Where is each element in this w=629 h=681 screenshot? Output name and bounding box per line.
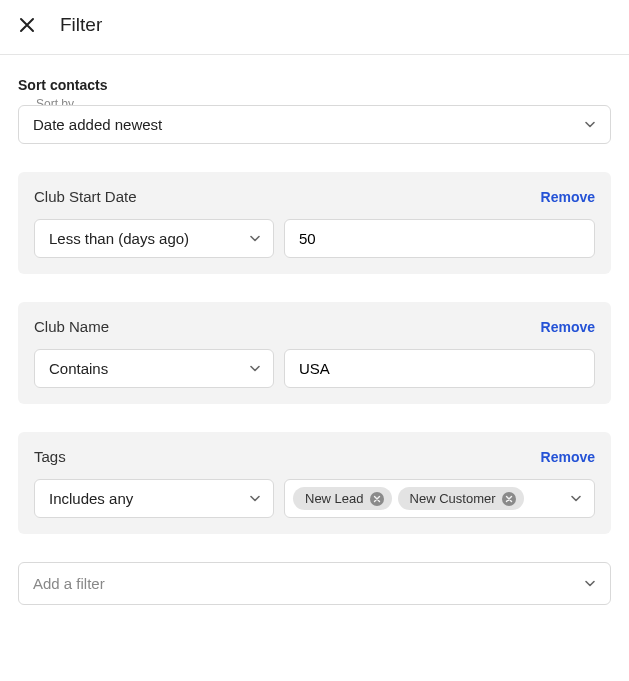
sort-by-field: Sort by Date added newest bbox=[18, 105, 611, 144]
chevron-down-icon bbox=[249, 230, 261, 247]
filter-card: Club Start Date Remove Less than (days a… bbox=[18, 172, 611, 274]
tag-chip-label: New Customer bbox=[410, 491, 496, 506]
filter-operator-select[interactable]: Less than (days ago) bbox=[34, 219, 274, 258]
tag-chip-label: New Lead bbox=[305, 491, 364, 506]
filter-operator-value: Includes any bbox=[49, 490, 133, 507]
panel-header: Filter bbox=[0, 0, 629, 55]
filter-operator-value: Contains bbox=[49, 360, 108, 377]
filter-card-head: Tags Remove bbox=[34, 448, 595, 465]
filter-row: Includes any New Lead New Customer bbox=[34, 479, 595, 518]
chevron-down-icon bbox=[249, 490, 261, 507]
filter-value-wrapper bbox=[284, 219, 595, 258]
filter-title: Club Start Date bbox=[34, 188, 137, 205]
sort-by-value: Date added newest bbox=[33, 116, 162, 133]
remove-filter-link[interactable]: Remove bbox=[541, 319, 595, 335]
filter-tags-input[interactable]: New Lead New Customer bbox=[284, 479, 595, 518]
tag-chip: New Lead bbox=[293, 487, 392, 510]
filter-value-input[interactable] bbox=[299, 230, 580, 247]
tag-chip: New Customer bbox=[398, 487, 524, 510]
filter-operator-select[interactable]: Includes any bbox=[34, 479, 274, 518]
filter-card: Tags Remove Includes any New Lead New Cu… bbox=[18, 432, 611, 534]
remove-filter-link[interactable]: Remove bbox=[541, 189, 595, 205]
filter-card-head: Club Start Date Remove bbox=[34, 188, 595, 205]
panel-title: Filter bbox=[60, 14, 102, 36]
filter-title: Club Name bbox=[34, 318, 109, 335]
add-filter-select[interactable]: Add a filter bbox=[18, 562, 611, 605]
sort-contacts-label: Sort contacts bbox=[18, 77, 611, 93]
filter-title: Tags bbox=[34, 448, 66, 465]
chevron-down-icon bbox=[249, 360, 261, 377]
filter-operator-value: Less than (days ago) bbox=[49, 230, 189, 247]
filter-value-input[interactable] bbox=[299, 360, 580, 377]
panel-content: Sort contacts Sort by Date added newest … bbox=[0, 55, 629, 623]
filter-operator-select[interactable]: Contains bbox=[34, 349, 274, 388]
filter-card: Club Name Remove Contains bbox=[18, 302, 611, 404]
chevron-down-icon bbox=[570, 490, 582, 507]
filter-value-wrapper bbox=[284, 349, 595, 388]
sort-by-select[interactable]: Date added newest bbox=[18, 105, 611, 144]
filter-row: Less than (days ago) bbox=[34, 219, 595, 258]
remove-filter-link[interactable]: Remove bbox=[541, 449, 595, 465]
filter-row: Contains bbox=[34, 349, 595, 388]
remove-tag-icon[interactable] bbox=[370, 492, 384, 506]
remove-tag-icon[interactable] bbox=[502, 492, 516, 506]
filter-card-head: Club Name Remove bbox=[34, 318, 595, 335]
chevron-down-icon bbox=[584, 575, 596, 592]
add-filter-placeholder: Add a filter bbox=[33, 575, 105, 592]
chevron-down-icon bbox=[584, 116, 596, 133]
close-icon[interactable] bbox=[18, 16, 36, 34]
